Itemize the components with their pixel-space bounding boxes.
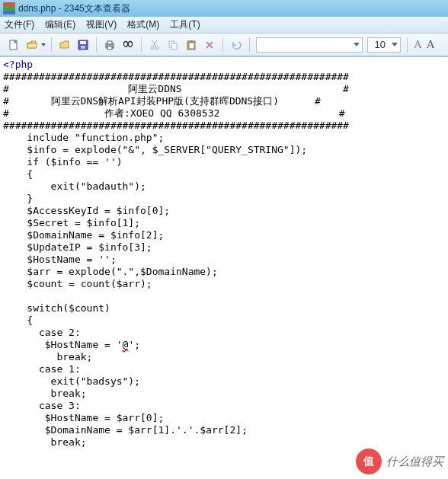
separator-icon <box>96 37 97 53</box>
watermark-badge: 值 <box>356 449 382 474</box>
window-title: ddns.php - 2345文本查看器 <box>18 2 130 15</box>
svg-line-10 <box>152 40 156 46</box>
size-combo[interactable]: 10 <box>367 37 401 53</box>
separator-icon <box>222 37 223 53</box>
cut-icon[interactable] <box>147 37 162 53</box>
separator-icon <box>141 37 142 53</box>
open-folder-icon[interactable] <box>57 37 72 53</box>
watermark: 值 什么值得买 <box>356 449 443 474</box>
menu-file[interactable]: 文件(F) <box>5 18 34 31</box>
font-decrease-btn[interactable]: A <box>427 38 435 51</box>
open-file-icon[interactable] <box>24 37 40 53</box>
copy-icon[interactable] <box>165 37 181 53</box>
new-file-icon[interactable] <box>6 37 21 53</box>
chevron-down-icon <box>392 43 398 46</box>
code-text: <?php ##################################… <box>0 57 448 450</box>
svg-rect-5 <box>107 41 112 44</box>
title-bar: ddns.php - 2345文本查看器 <box>0 0 448 17</box>
svg-rect-15 <box>171 43 177 49</box>
undo-icon[interactable] <box>229 37 244 53</box>
svg-point-7 <box>124 41 128 46</box>
svg-rect-2 <box>80 41 86 44</box>
app-icon <box>3 2 15 14</box>
save-icon[interactable] <box>75 37 91 53</box>
open-dropdown-icon[interactable] <box>41 43 46 46</box>
font-combo[interactable] <box>256 37 363 53</box>
svg-line-11 <box>153 40 157 46</box>
print-icon[interactable] <box>102 37 117 53</box>
delete-icon[interactable] <box>202 37 217 53</box>
svg-rect-6 <box>107 46 112 49</box>
size-combo-value: 10 <box>375 39 389 50</box>
svg-point-8 <box>129 41 133 46</box>
find-icon[interactable] <box>120 37 136 53</box>
menu-format[interactable]: 格式(M) <box>127 18 159 31</box>
separator-icon <box>249 37 250 53</box>
menu-edit[interactable]: 编辑(E) <box>45 18 75 31</box>
font-increase-btn[interactable]: A <box>414 38 422 51</box>
paste-icon[interactable] <box>184 37 199 53</box>
svg-rect-18 <box>190 40 193 43</box>
svg-point-13 <box>155 46 158 49</box>
menu-tools[interactable]: 工具(T) <box>170 18 200 31</box>
chevron-down-icon <box>354 43 360 46</box>
separator-icon <box>407 37 408 53</box>
menu-view[interactable]: 视图(V) <box>86 18 117 31</box>
svg-rect-17 <box>189 43 194 49</box>
svg-rect-3 <box>81 46 85 49</box>
editor-area[interactable]: <?php ##################################… <box>0 56 448 479</box>
watermark-text: 什么值得买 <box>386 455 443 469</box>
menu-bar: 文件(F) 编辑(E) 视图(V) 格式(M) 工具(T) <box>0 17 448 34</box>
toolbar: 10 A A <box>0 34 448 56</box>
separator-icon <box>51 37 52 53</box>
svg-point-12 <box>151 46 154 49</box>
